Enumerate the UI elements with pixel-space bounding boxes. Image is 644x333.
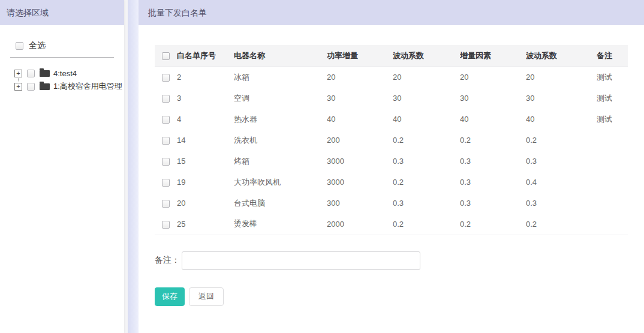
- table-cell: 30: [393, 88, 460, 109]
- table-cell: 20: [177, 193, 234, 214]
- table-row: 25烫发棒20000.20.20.2: [155, 214, 628, 235]
- column-header-0: 白名单序号: [177, 45, 234, 67]
- row-checkbox-cell: [155, 193, 177, 214]
- table-cell: 测试: [597, 67, 628, 88]
- table-cell: [597, 130, 628, 151]
- table-row: 3空调30303030测试: [155, 88, 628, 109]
- remark-label: 备注：: [155, 255, 180, 266]
- table-cell: 0.2: [526, 130, 597, 151]
- table-cell: 40: [327, 109, 393, 130]
- tree-item-label[interactable]: 4:test4: [53, 69, 77, 78]
- row-checkbox-cell: [155, 88, 177, 109]
- expand-plus-icon[interactable]: +: [14, 83, 22, 91]
- table-cell: 3000: [327, 172, 393, 193]
- table-cell: 14: [177, 130, 234, 151]
- table-cell: [597, 193, 628, 214]
- table-row: 19大功率吹风机30000.20.30.4: [155, 172, 628, 193]
- table-cell: 冰箱: [234, 67, 327, 88]
- row-checkbox-cell: [155, 214, 177, 235]
- table-cell: [597, 172, 628, 193]
- sidebar-title: 请选择区域: [0, 0, 124, 25]
- table-cell: 30: [327, 88, 393, 109]
- table-cell: 15: [177, 151, 234, 172]
- table-cell: 0.3: [393, 151, 460, 172]
- table-cell: 测试: [597, 109, 628, 130]
- table-cell: 热水器: [234, 109, 327, 130]
- table-cell: 40: [526, 109, 597, 130]
- table-cell: 烫发棒: [234, 214, 327, 235]
- table-cell: 0.3: [526, 193, 597, 214]
- folder-icon: [40, 83, 50, 90]
- table-cell: 大功率吹风机: [234, 172, 327, 193]
- table-cell: [597, 214, 628, 235]
- row-checkbox[interactable]: [162, 137, 170, 145]
- sidebar-divider: [10, 57, 114, 58]
- table-cell: 3: [177, 88, 234, 109]
- table-cell: 0.3: [460, 193, 526, 214]
- tree-item[interactable]: +1:高校宿舍用电管理: [14, 80, 124, 93]
- table-cell: 烤箱: [234, 151, 327, 172]
- column-header-4: 增量因素: [460, 45, 526, 67]
- table-cell: 0.2: [393, 214, 460, 235]
- table-cell: 0.2: [460, 214, 526, 235]
- table-cell: 2: [177, 67, 234, 88]
- table-cell: 40: [460, 109, 526, 130]
- table-cell: 300: [327, 193, 393, 214]
- table-cell: 20: [393, 67, 460, 88]
- column-header-3: 波动系数: [393, 45, 460, 67]
- table-cell: 30: [460, 88, 526, 109]
- expand-plus-icon[interactable]: +: [14, 70, 22, 77]
- row-checkbox[interactable]: [162, 116, 170, 124]
- row-checkbox-cell: [155, 151, 177, 172]
- back-button[interactable]: 返回: [189, 287, 224, 306]
- table-cell: 0.3: [460, 172, 526, 193]
- table-cell: 3000: [327, 151, 393, 172]
- table-row: 20台式电脑3000.30.30.3: [155, 193, 628, 214]
- whitelist-table: 白名单序号电器名称功率增量波动系数增量因素波动系数备注 2冰箱20202020测…: [155, 45, 628, 235]
- table-cell: 30: [526, 88, 597, 109]
- table-cell: 40: [393, 109, 460, 130]
- whitelist-main-panel: 批量下发白名单 白名单序号电器名称功率增量波动系数增量因素波动系数备注 2冰箱2…: [139, 0, 644, 333]
- column-header-2: 功率增量: [327, 45, 393, 67]
- header-checkbox-cell: [155, 45, 177, 67]
- table-cell: 20: [526, 67, 597, 88]
- select-all-checkbox[interactable]: [16, 42, 23, 50]
- table-cell: 25: [177, 214, 234, 235]
- column-header-1: 电器名称: [234, 45, 327, 67]
- table-cell: 200: [327, 130, 393, 151]
- table-cell: 19: [177, 172, 234, 193]
- table-cell: 台式电脑: [234, 193, 327, 214]
- row-checkbox[interactable]: [162, 74, 170, 82]
- table-cell: 2000: [327, 214, 393, 235]
- panel-gap-strip: [128, 0, 139, 333]
- row-checkbox[interactable]: [162, 221, 170, 229]
- region-tree: +4:test4+1:高校宿舍用电管理: [14, 67, 124, 93]
- region-sidebar-panel: 请选择区域 全选 +4:test4+1:高校宿舍用电管理: [0, 0, 124, 333]
- table-row: 4热水器40404040测试: [155, 109, 628, 130]
- table-cell: 20: [327, 67, 393, 88]
- tree-item-label[interactable]: 1:高校宿舍用电管理: [53, 81, 122, 92]
- tree-item-checkbox[interactable]: [27, 83, 35, 91]
- row-checkbox[interactable]: [162, 95, 170, 103]
- header-checkbox[interactable]: [162, 52, 170, 60]
- table-cell: 0.3: [526, 151, 597, 172]
- table-cell: 洗衣机: [234, 130, 327, 151]
- table-row: 15烤箱30000.30.30.3: [155, 151, 628, 172]
- table-row: 14洗衣机2000.20.20.2: [155, 130, 628, 151]
- table-cell: 空调: [234, 88, 327, 109]
- remark-input[interactable]: [182, 251, 420, 270]
- save-button[interactable]: 保存: [155, 287, 185, 306]
- row-checkbox-cell: [155, 109, 177, 130]
- row-checkbox[interactable]: [162, 179, 170, 187]
- tree-item-checkbox[interactable]: [27, 70, 35, 77]
- row-checkbox[interactable]: [162, 200, 170, 208]
- tree-item[interactable]: +4:test4: [14, 67, 124, 80]
- table-header-row: 白名单序号电器名称功率增量波动系数增量因素波动系数备注: [155, 45, 628, 67]
- row-checkbox-cell: [155, 172, 177, 193]
- row-checkbox[interactable]: [162, 158, 170, 166]
- table-cell: 0.2: [526, 214, 597, 235]
- table-cell: 0.2: [393, 130, 460, 151]
- row-checkbox-cell: [155, 67, 177, 88]
- select-all-row[interactable]: 全选: [16, 41, 124, 50]
- folder-icon: [40, 70, 50, 77]
